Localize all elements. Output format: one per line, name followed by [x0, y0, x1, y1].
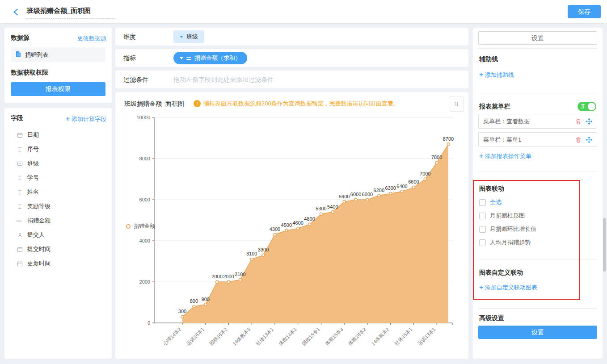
svg-text:运训16本1: 运训16本1: [185, 326, 205, 347]
datasource-item[interactable]: 捐赠列表: [11, 47, 105, 62]
scrollbar-thumb[interactable]: [603, 218, 606, 272]
move-icon[interactable]: [586, 118, 592, 125]
dimension-label: 维度: [123, 33, 136, 41]
svg-text:6000: 6000: [350, 192, 361, 197]
add-report-menu-link[interactable]: +添加报表操作菜单: [479, 152, 531, 160]
text-icon: [16, 204, 23, 209]
svg-text:社体15本1: 社体15本1: [393, 326, 413, 347]
checkbox-icon[interactable]: [479, 239, 486, 246]
field-item[interactable]: 奖励等级: [4, 199, 112, 213]
filter-label: 过滤条件: [123, 76, 148, 84]
datasource-panel: 数据源 更改数据源 捐赠列表 数据获取权限 报表权限: [4, 28, 112, 103]
change-datasource-link[interactable]: 更改数据源: [77, 34, 106, 42]
select-icon: [16, 161, 23, 167]
field-item[interactable]: 提交时间: [4, 242, 112, 256]
svg-text:10000: 10000: [136, 115, 150, 120]
page-title[interactable]: 班级捐赠金额_面积图: [26, 7, 115, 19]
back-icon[interactable]: [12, 8, 21, 17]
svg-text:社体13本1: 社体13本1: [255, 326, 275, 347]
svg-text:0: 0: [148, 320, 150, 326]
calendar-icon: [16, 247, 23, 252]
topbar: 班级捐赠金额_面积图 保存: [0, 0, 607, 23]
advanced-settings-button[interactable]: 设置: [478, 326, 597, 339]
menubar-item[interactable]: 菜单栏：菜单1: [478, 132, 597, 147]
plus-icon: +: [479, 283, 483, 291]
checkbox-icon[interactable]: [479, 213, 486, 219]
chevron-down-icon: [180, 57, 183, 59]
linkage-option[interactable]: 人均月捐赠趋势: [479, 238, 531, 247]
plus-icon: +: [479, 71, 483, 78]
field-item[interactable]: 班级: [4, 156, 112, 171]
field-label: 更新时间: [27, 259, 51, 268]
linkage-option[interactable]: 月捐赠环比增长值: [479, 225, 536, 233]
field-item[interactable]: 姓名: [4, 185, 112, 199]
divider: [478, 308, 597, 309]
field-label: 班级: [27, 159, 39, 167]
filter-row: 过滤条件 拖动左侧字段到此处来添加过滤条件: [115, 71, 468, 88]
number-icon: 123: [16, 218, 23, 224]
checkbox-icon[interactable]: [479, 226, 486, 233]
metric-tag-label: 捐赠金额（求和）: [194, 54, 241, 62]
advanced-settings-heading: 高级设置: [479, 314, 504, 322]
filter-dropzone[interactable]: 拖动左侧字段到此处来添加过滤条件: [173, 76, 274, 84]
svg-text:3100: 3100: [246, 251, 257, 256]
menubar-item[interactable]: 菜单栏：查看数据: [478, 114, 597, 129]
sort-button[interactable]: [449, 96, 464, 112]
checkbox-icon[interactable]: [479, 199, 486, 206]
area-chart[interactable]: 0200040006000800010000300800900200020002…: [115, 110, 468, 358]
field-label: 提交人: [27, 231, 45, 239]
svg-text:园林16本2: 园林16本2: [208, 326, 228, 347]
field-item[interactable]: 学号: [4, 171, 112, 185]
divider: [478, 93, 597, 93]
add-aux-line-link[interactable]: +添加辅助线: [479, 71, 514, 79]
move-icon[interactable]: [586, 137, 592, 143]
linkage-option[interactable]: 月捐赠柱形图: [479, 212, 525, 220]
drag-handle-icon: [186, 57, 191, 60]
field-item[interactable]: 提交人: [4, 228, 112, 242]
report-permission-button[interactable]: 报表权限: [11, 82, 105, 96]
save-button[interactable]: 保存: [568, 5, 601, 18]
svg-text:123: 123: [16, 219, 21, 223]
add-calc-field-link[interactable]: +添加计算字段: [66, 115, 106, 123]
svg-text:心理14本2: 心理14本2: [162, 326, 182, 347]
field-label: 捐赠金额: [27, 217, 51, 225]
calendar-icon: [16, 261, 23, 267]
divider: [478, 172, 597, 172]
field-label: 学号: [27, 174, 39, 182]
report-menubar-heading: 报表菜单栏: [479, 103, 510, 111]
svg-text:体教15本3: 体教15本3: [324, 326, 344, 347]
linkage-option-label: 月捐赠环比增长值: [490, 225, 536, 233]
metric-tag[interactable]: 捐赠金额（求和）: [173, 52, 247, 64]
svg-text:6400: 6400: [396, 184, 407, 189]
svg-text:900: 900: [202, 297, 210, 302]
svg-text:5300: 5300: [316, 206, 326, 211]
settings-panel: 设置 辅助线 +添加辅助线 报表菜单栏 开 菜单栏：查看数据菜单栏：菜单1 +添…: [473, 28, 603, 359]
report-menubar-toggle[interactable]: 开: [577, 102, 596, 111]
field-item[interactable]: 123捐赠金额: [4, 213, 112, 228]
svg-text:国政15专1: 国政15专1: [301, 326, 321, 347]
warning-text: 编辑界面只取数据源前200条作为查询数据预览，完整数据请访问页面查看。: [203, 100, 399, 108]
document-icon: [15, 51, 21, 59]
field-item[interactable]: 日期: [4, 128, 112, 142]
svg-text:2000: 2000: [139, 279, 150, 285]
svg-text:6200: 6200: [374, 188, 384, 193]
select-all-label: 全选: [490, 198, 502, 206]
chart-linkage-heading: 图表联动: [479, 185, 504, 193]
chevron-down-icon: [180, 36, 183, 38]
datasource-item-label: 捐赠列表: [25, 51, 48, 59]
field-item[interactable]: 更新时间: [4, 256, 112, 271]
field-label: 日期: [27, 131, 39, 139]
chart-title: 班级捐赠金额_面积图: [124, 100, 184, 108]
svg-text:运训13本1: 运训13本1: [417, 326, 437, 347]
field-item[interactable]: 序号: [4, 142, 112, 156]
svg-text:14体教本2: 14体教本2: [370, 326, 390, 347]
report-designer-page: 班级捐赠金额_面积图 保存 数据源 更改数据源 捐赠列表 数据获取权限 报表权限…: [0, 0, 607, 364]
select-all-checkbox[interactable]: 全选: [479, 198, 502, 206]
svg-text:2000: 2000: [211, 274, 222, 279]
trash-icon[interactable]: [575, 137, 582, 143]
dimension-tag[interactable]: 班级: [173, 30, 204, 43]
chart-settings-button[interactable]: 设置: [478, 31, 597, 45]
add-custom-linkage-link[interactable]: +添加自定义联动图表: [479, 283, 537, 292]
svg-text:3300: 3300: [258, 247, 269, 252]
trash-icon[interactable]: [575, 118, 582, 125]
